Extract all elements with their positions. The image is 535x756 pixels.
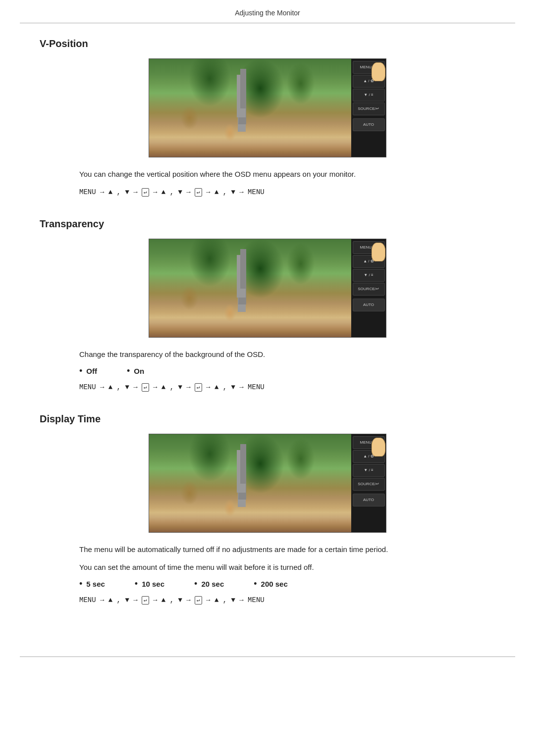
v-position-nav: MENU → ▲ , ▼ → ↵ → ▲ , ▼ → ↵ → ▲ , ▼ → M… (79, 186, 495, 199)
bullet-label-on: On (134, 367, 144, 375)
monitor-scene-2 (149, 239, 351, 337)
display-time-bullets: • 5 sec • 10 sec • 20 sec • 200 sec (79, 579, 495, 588)
bullet-label-off: Off (86, 367, 97, 375)
sidebar-btn-source-1: SOURCE/↵ (353, 102, 385, 115)
monitor-image-2: MENU / ≡ ▲ / ✿ ▼ / ≡ SOURCE/↵ AUTO (149, 239, 386, 338)
enter-key-3: ↵ (142, 383, 149, 392)
bottom-rule (20, 656, 515, 657)
display-time-bullet-5: • 5 sec (79, 579, 105, 588)
page-title: Adjusting the Monitor (235, 9, 300, 17)
transparency-bullet-on: • On (127, 366, 144, 375)
bullet-dot-on: • (127, 366, 130, 375)
enter-key-5: ↵ (142, 596, 149, 605)
enter-key-2: ↵ (195, 188, 202, 197)
display-time-desc-1: The menu will be automatically turned of… (79, 544, 495, 555)
monitor-scene-1 (149, 59, 351, 157)
main-content: V-Position MENU / ≡ ▲ / ✿ ▼ / ≡ SOURCE/↵… (0, 23, 535, 647)
enter-key-4: ↵ (195, 383, 202, 392)
sidebar-btn-auto-3: AUTO (353, 494, 385, 506)
enter-key-6: ↵ (195, 596, 202, 605)
sidebar-btn-auto-2: AUTO (353, 299, 385, 311)
bullet-dot-off: • (79, 366, 82, 375)
section-title-transparency: Transparency (40, 218, 495, 230)
transparency-bullet-off: • Off (79, 366, 97, 375)
section-title-v-position: V-Position (40, 38, 495, 50)
monitor-wrapper-1: MENU / ≡ ▲ / ✿ ▼ / ≡ SOURCE/↵ AUTO (149, 58, 386, 157)
v-position-image-container: MENU / ≡ ▲ / ✿ ▼ / ≡ SOURCE/↵ AUTO (40, 58, 495, 157)
bullet-label-10sec: 10 sec (142, 580, 164, 588)
monitor-scene-3 (149, 434, 351, 532)
display-time-bullet-20: • 20 sec (194, 579, 224, 588)
hand-icon-1 (372, 62, 385, 81)
sidebar-btn-down-2: ▼ / ≡ (353, 269, 385, 282)
display-time-desc-2: You can set the amount of time the menu … (79, 561, 495, 573)
bullet-dot-5sec: • (79, 579, 82, 588)
section-v-position: V-Position MENU / ≡ ▲ / ✿ ▼ / ≡ SOURCE/↵… (40, 38, 495, 199)
sidebar-btn-auto-1: AUTO (353, 118, 385, 131)
sidebar-btn-down-1: ▼ / ≡ (353, 89, 385, 101)
transparency-nav: MENU → ▲ , ▼ → ↵ → ▲ , ▼ → ↵ → ▲ , ▼ → M… (79, 381, 495, 394)
section-display-time: Display Time MENU / ≡ ▲ / ✿ ▼ / ≡ SOURCE… (40, 413, 495, 606)
display-time-bullet-10: • 10 sec (135, 579, 164, 588)
sidebar-btn-source-2: SOURCE/↵ (353, 283, 385, 296)
monitor-wrapper-3: MENU / ≡ ▲ / ✿ ▼ / ≡ SOURCE/↵ AUTO (149, 434, 386, 533)
monitor-image-3: MENU / ≡ ▲ / ✿ ▼ / ≡ SOURCE/↵ AUTO (149, 434, 386, 533)
hand-icon-3 (372, 438, 385, 456)
monitor-wrapper-2: MENU / ≡ ▲ / ✿ ▼ / ≡ SOURCE/↵ AUTO (149, 239, 386, 338)
section-title-display-time: Display Time (40, 413, 495, 425)
monitor-image-1: MENU / ≡ ▲ / ✿ ▼ / ≡ SOURCE/↵ AUTO (149, 58, 386, 157)
bullet-dot-200sec: • (254, 579, 257, 588)
bullet-label-20sec: 20 sec (201, 580, 224, 588)
bullet-dot-10sec: • (135, 579, 138, 588)
transparency-image-container: MENU / ≡ ▲ / ✿ ▼ / ≡ SOURCE/↵ AUTO (40, 239, 495, 338)
transparency-bullets: • Off • On (79, 366, 495, 375)
bullet-label-200sec: 200 sec (261, 580, 288, 588)
transparency-description: Change the transparency of the backgroun… (79, 349, 495, 360)
display-time-image-container: MENU / ≡ ▲ / ✿ ▼ / ≡ SOURCE/↵ AUTO (40, 434, 495, 533)
display-time-bullet-200: • 200 sec (254, 579, 288, 588)
display-time-nav: MENU → ▲ , ▼ → ↵ → ▲ , ▼ → ↵ → ▲ , ▼ → M… (79, 594, 495, 606)
enter-key-1: ↵ (142, 188, 149, 197)
bullet-dot-20sec: • (194, 579, 197, 588)
section-transparency: Transparency MENU / ≡ ▲ / ✿ ▼ / ≡ SOURCE… (40, 218, 495, 394)
sidebar-btn-down-3: ▼ / ≡ (353, 464, 385, 477)
v-position-description: You can change the vertical position whe… (79, 168, 495, 180)
sidebar-btn-source-3: SOURCE/↵ (353, 478, 385, 491)
page-header: Adjusting the Monitor (20, 0, 515, 23)
bullet-label-5sec: 5 sec (86, 580, 105, 588)
hand-icon-2 (372, 243, 385, 261)
